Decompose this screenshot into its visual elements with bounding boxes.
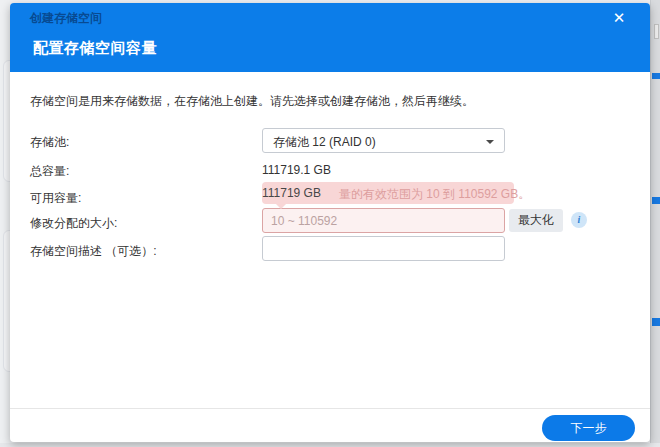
background-blue-fragment (652, 73, 660, 79)
allocated-size-label: 修改分配的大小: (30, 215, 117, 232)
background-window-right-edge (650, 0, 660, 447)
pool-label: 存储池: (30, 134, 69, 151)
chevron-down-icon (486, 140, 494, 144)
available-capacity-value: 111719 GB (262, 186, 321, 200)
step-title: 配置存储空间容量 (33, 39, 157, 58)
background-scrollbar-thumb (654, 24, 659, 39)
background-blue-fragment (652, 197, 660, 204)
dialog-header: 创建存储空间 ✕ 配置存储空间容量 (10, 3, 650, 72)
footer-divider (10, 408, 650, 409)
total-capacity-label: 总容量: (30, 163, 69, 180)
background-window-bottom-edge (0, 443, 660, 447)
tooltip-arrow (276, 204, 286, 209)
background-window-left-edge (0, 0, 10, 447)
next-button[interactable]: 下一步 (542, 415, 635, 441)
maximize-button[interactable]: 最大化 (509, 209, 563, 232)
range-error-tooltip-text: 量的有效范围为 10 到 110592 GB。 (339, 186, 530, 203)
dialog-title: 创建存储空间 (30, 10, 102, 27)
info-icon[interactable]: i (571, 212, 587, 228)
create-volume-dialog: 创建存储空间 ✕ 配置存储空间容量 存储空间是用来存储数据，在存储池上创建。请先… (10, 3, 650, 442)
allocated-size-input[interactable] (262, 208, 505, 233)
available-capacity-label: 可用容量: (30, 190, 81, 207)
volume-description-input[interactable] (262, 236, 505, 261)
pool-selected-value: 存储池 12 (RAID 0) (273, 134, 376, 151)
pool-select[interactable]: 存储池 12 (RAID 0) (262, 128, 505, 153)
total-capacity-value: 111719.1 GB (262, 163, 331, 177)
background-blue-fragment (652, 318, 660, 326)
volume-description-label: 存储空间描述 （可选）: (30, 243, 157, 260)
intro-text: 存储空间是用来存储数据，在存储池上创建。请先选择或创建存储池，然后再继续。 (30, 93, 474, 110)
close-icon[interactable]: ✕ (610, 9, 628, 27)
